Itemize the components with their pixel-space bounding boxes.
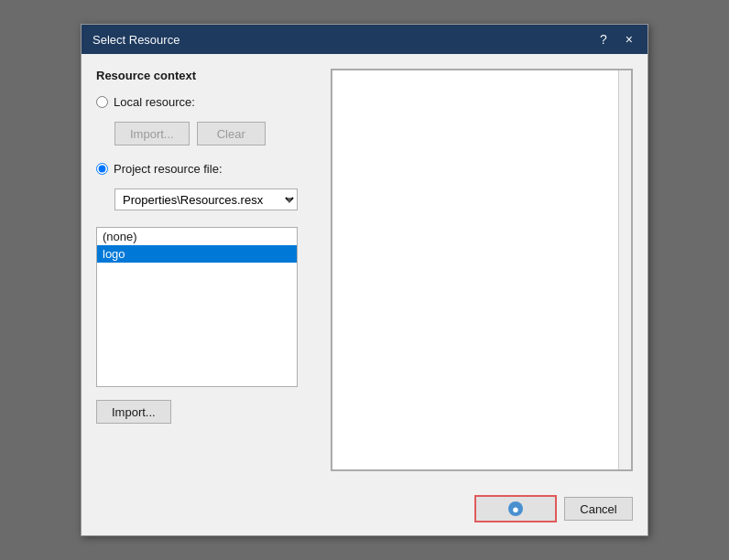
left-panel: Resource context Local resource: Import.… — [96, 69, 316, 471]
import-clear-row: Import... Clear — [114, 122, 316, 145]
section-label: Resource context — [96, 69, 316, 82]
local-resource-radio[interactable] — [96, 96, 108, 108]
list-item-logo[interactable]: logo — [97, 245, 297, 263]
right-panel — [331, 69, 633, 471]
ok-button[interactable]: ● — [474, 495, 557, 522]
title-bar: Select Resource ? × — [82, 25, 647, 54]
cancel-button[interactable]: Cancel — [564, 497, 633, 521]
dialog: Select Resource ? × Resource context Loc… — [81, 24, 648, 536]
preview-area — [331, 69, 633, 471]
local-resource-row: Local resource: — [96, 95, 316, 109]
resource-dropdown[interactable]: Properties\Resources.resx — [114, 188, 298, 210]
title-bar-controls: ? × — [596, 33, 637, 46]
dialog-overlay: Select Resource ? × Resource context Loc… — [0, 0, 729, 560]
import-bottom-wrapper: Import... — [96, 400, 316, 424]
close-button[interactable]: × — [622, 33, 637, 46]
project-resource-row: Project resource file: — [96, 162, 316, 176]
project-resource-label[interactable]: Project resource file: — [114, 162, 223, 176]
list-item-none[interactable]: (none) — [97, 228, 297, 245]
ok-icon: ● — [508, 501, 523, 516]
project-resource-radio[interactable] — [96, 163, 108, 175]
local-resource-label[interactable]: Local resource: — [114, 95, 195, 109]
scrollbar[interactable] — [618, 70, 631, 469]
import-bottom-button[interactable]: Import... — [96, 400, 171, 424]
import-top-button[interactable]: Import... — [114, 122, 190, 145]
dialog-body: Resource context Local resource: Import.… — [82, 54, 647, 486]
resource-dropdown-wrapper: Properties\Resources.resx ▼ — [114, 188, 298, 210]
dialog-title: Select Resource — [92, 33, 180, 47]
help-button[interactable]: ? — [596, 33, 611, 46]
clear-button[interactable]: Clear — [197, 122, 266, 145]
dropdown-row: Properties\Resources.resx ▼ — [114, 188, 316, 210]
ok-icon-symbol: ● — [512, 502, 519, 516]
resource-list-box[interactable]: (none) logo — [96, 227, 298, 387]
bottom-bar: ● Cancel — [82, 486, 647, 535]
